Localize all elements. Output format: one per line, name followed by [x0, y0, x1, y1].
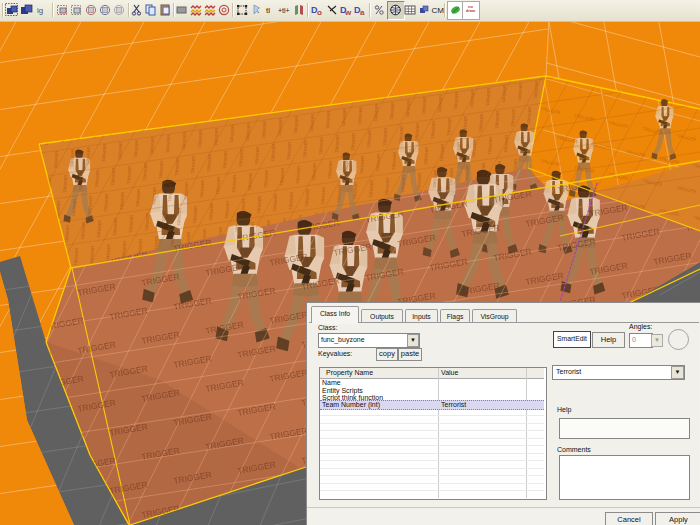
svg-text:ig: ig — [37, 6, 43, 15]
svg-text:o: o — [317, 8, 322, 17]
svg-text:w: w — [344, 8, 352, 17]
svg-text:CM: CM — [432, 6, 445, 15]
svg-text:a: a — [360, 8, 365, 17]
svg-text:tl: tl — [266, 6, 270, 15]
svg-text:+tl+: +tl+ — [278, 7, 290, 14]
